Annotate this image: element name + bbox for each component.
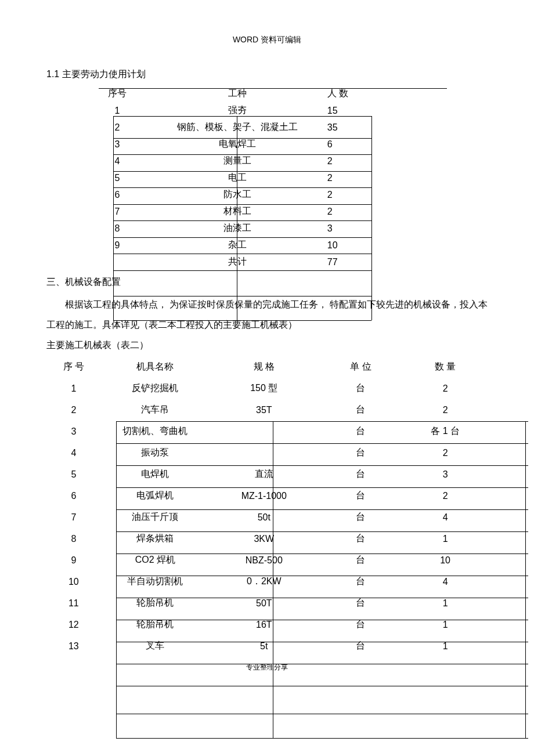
- table-row: 5电工2: [81, 169, 430, 186]
- machinery-cell-name: 电焊机: [101, 464, 210, 485]
- table-row: 3电氧焊工6: [81, 136, 430, 153]
- machinery-cell-no: 5: [46, 464, 101, 485]
- labor-cell-type: 油漆工: [153, 220, 322, 237]
- machinery-cell-qty: 2: [403, 378, 488, 399]
- machinery-col-no: 序 号: [46, 356, 101, 378]
- labor-table: 序号 工种 人 数 1强夯152钢筋、模板、架子、混凝土工353电氧焊工64测量…: [81, 85, 430, 270]
- page-footer: 专业整理分享: [46, 663, 488, 672]
- machinery-cell-spec: 150 型: [210, 378, 318, 399]
- labor-cell-type: 电工: [153, 169, 322, 186]
- labor-cell-no: 1: [81, 102, 153, 119]
- machinery-cell-spec: 5t: [210, 635, 318, 657]
- machinery-cell-name: 电弧焊机: [101, 485, 210, 507]
- machinery-cell-name: 振动泵: [101, 442, 210, 464]
- machinery-cell-spec: 50t: [210, 507, 318, 528]
- machinery-cell-spec: [210, 442, 318, 464]
- table-row: 6防水工2: [81, 186, 430, 203]
- machinery-cell-no: 4: [46, 442, 101, 464]
- table-row: 2汽车吊35T台2: [46, 399, 488, 421]
- machinery-cell-name: 切割机、弯曲机: [101, 421, 210, 442]
- machinery-cell-unit: 台: [318, 635, 403, 657]
- labor-cell-type: 强夯: [153, 102, 322, 119]
- machinery-col-spec: 规 格: [210, 356, 318, 378]
- machinery-cell-qty: 各 1 台: [403, 421, 488, 442]
- machinery-cell-spec: NBZ-500: [210, 549, 318, 571]
- table-row: 9CO2 焊机NBZ-500台10: [46, 549, 488, 571]
- machinery-cell-qty: 1: [403, 635, 488, 657]
- table-row: 12轮胎吊机16T台1: [46, 614, 488, 635]
- machinery-col-qty: 数 量: [403, 356, 488, 378]
- machinery-cell-qty: 4: [403, 507, 488, 528]
- labor-col-count: 人 数: [322, 85, 430, 102]
- machinery-cell-qty: 2: [403, 399, 488, 421]
- machinery-cell-no: 9: [46, 549, 101, 571]
- machinery-cell-no: 7: [46, 507, 101, 528]
- machinery-cell-unit: 台: [318, 592, 403, 614]
- table-row: 1强夯15: [81, 102, 430, 119]
- machinery-cell-unit: 台: [318, 442, 403, 464]
- page-header: WORD 资料可编辑: [46, 35, 488, 45]
- table-row: 4测量工2: [81, 153, 430, 169]
- labor-cell-count: 10: [322, 237, 430, 254]
- labor-col-type: 工种: [153, 85, 322, 102]
- table-row: 6电弧焊机MZ-1-1000台2: [46, 485, 488, 507]
- machinery-cell-unit: 台: [318, 549, 403, 571]
- table-row: 4振动泵台2: [46, 442, 488, 464]
- labor-cell-count: 2: [322, 203, 430, 220]
- labor-cell-no: 6: [81, 186, 153, 203]
- machinery-cell-no: 2: [46, 399, 101, 421]
- labor-cell-count: 2: [322, 186, 430, 203]
- labor-cell-type: 电氧焊工: [153, 136, 322, 153]
- table-row: 8焊条烘箱3KW台1: [46, 528, 488, 549]
- machinery-header-row: 序 号 机具名称 规 格 单 位 数 量: [46, 356, 488, 378]
- machinery-table: 序 号 机具名称 规 格 单 位 数 量 1反铲挖掘机150 型台22汽车吊35…: [46, 356, 488, 657]
- machinery-cell-spec: 直流: [210, 464, 318, 485]
- labor-col-no: 序号: [81, 85, 153, 102]
- machinery-col-unit: 单 位: [318, 356, 403, 378]
- labor-cell-count: 3: [322, 220, 430, 237]
- machinery-cell-name: 轮胎吊机: [101, 592, 210, 614]
- labor-cell-count: 15: [322, 102, 430, 119]
- table-row: 5电焊机直流台3: [46, 464, 488, 485]
- labor-cell-no: 7: [81, 203, 153, 220]
- machinery-cell-no: 13: [46, 635, 101, 657]
- machinery-cell-qty: 2: [403, 442, 488, 464]
- machinery-cell-qty: 4: [403, 571, 488, 592]
- labor-cell-type: 材料工: [153, 203, 322, 220]
- machinery-cell-qty: 1: [403, 592, 488, 614]
- labor-cell-no: 3: [81, 136, 153, 153]
- machinery-cell-name: 汽车吊: [101, 399, 210, 421]
- machinery-cell-no: 11: [46, 592, 101, 614]
- machinery-cell-name: 半自动切割机: [101, 571, 210, 592]
- machinery-cell-name: 油压千斤顶: [101, 507, 210, 528]
- machinery-cell-qty: 3: [403, 464, 488, 485]
- machinery-cell-unit: 台: [318, 399, 403, 421]
- section-1-title: 1.1 主要劳动力使用计划: [46, 68, 488, 81]
- machinery-cell-spec: 0．2KW: [210, 571, 318, 592]
- table-row: 9杂工10: [81, 237, 430, 254]
- machinery-cell-unit: 台: [318, 421, 403, 442]
- labor-cell-no: 8: [81, 220, 153, 237]
- machinery-cell-unit: 台: [318, 528, 403, 549]
- machinery-cell-spec: 35T: [210, 399, 318, 421]
- labor-cell-count: 2: [322, 169, 430, 186]
- table-row: 13叉车5t台1: [46, 635, 488, 657]
- machinery-cell-name: 轮胎吊机: [101, 614, 210, 635]
- labor-cell-count: 6: [322, 136, 430, 153]
- machinery-cell-unit: 台: [318, 485, 403, 507]
- table-row: 1反铲挖掘机150 型台2: [46, 378, 488, 399]
- labor-cell-type: 杂工: [153, 237, 322, 254]
- labor-cell-no: 4: [81, 153, 153, 169]
- machinery-cell-no: 1: [46, 378, 101, 399]
- machinery-cell-unit: 台: [318, 507, 403, 528]
- table-row: 11轮胎吊机50T台1: [46, 592, 488, 614]
- table-row: 共计77: [81, 254, 430, 270]
- machinery-cell-spec: 16T: [210, 614, 318, 635]
- labor-cell-type: 共计: [153, 254, 322, 270]
- machinery-cell-qty: 1: [403, 614, 488, 635]
- machinery-cell-spec: 3KW: [210, 528, 318, 549]
- table-row: 2钢筋、模板、架子、混凝土工35: [81, 119, 430, 136]
- machinery-cell-unit: 台: [318, 571, 403, 592]
- machinery-col-name: 机具名称: [101, 356, 210, 378]
- labor-cell-count: 35: [322, 119, 430, 136]
